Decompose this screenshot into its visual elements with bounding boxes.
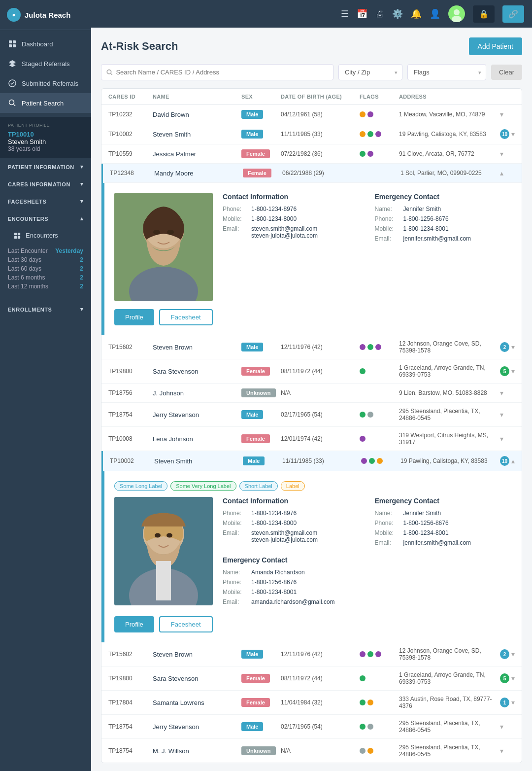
table-row: TP18754 Jerry Stevenson Male 02/17/1965 … xyxy=(101,715,522,739)
emergency-name: Jennifer Smith xyxy=(403,206,441,212)
patient-name: Steven Smith xyxy=(153,131,241,138)
contact-phone-row: Phone: 1-800-1234-8976 xyxy=(223,510,360,517)
contact-mobile-row: Mobile: 1-800-1234-8000 xyxy=(223,520,360,526)
svg-rect-8 xyxy=(18,232,20,235)
contact-label: Mobile: xyxy=(223,215,247,222)
flag-gray xyxy=(367,724,373,730)
flag-green xyxy=(360,151,366,157)
dob: 02/17/1965 (54) xyxy=(281,723,360,730)
app-logo: ● Julota Reach xyxy=(0,0,91,30)
expand-chevron[interactable]: ▾ xyxy=(511,367,515,375)
city-select[interactable]: City / Zip xyxy=(338,64,402,80)
sidebar-item-submitted[interactable]: Submitted Referrals xyxy=(0,73,91,93)
facesheet-button[interactable]: Facesheet xyxy=(159,616,213,632)
chevron-down-icon: ▾ xyxy=(80,198,84,205)
stat-value: 2 xyxy=(80,283,83,290)
flag-gray xyxy=(360,748,366,754)
cares-id: TP15602 xyxy=(108,344,153,350)
link-button[interactable]: 🔗 xyxy=(502,5,524,23)
table-row: TP18754 M. J. Willson Unknown N/A 295 St… xyxy=(101,739,522,763)
patient-info-header[interactable]: PATIENT INFORMATION ▾ xyxy=(0,158,91,175)
svg-rect-3 xyxy=(13,44,16,47)
menu-icon[interactable]: ☰ xyxy=(341,8,349,19)
user-circle-icon[interactable]: 👤 xyxy=(430,8,440,19)
emergency-title: Emergency Contact xyxy=(375,497,512,505)
sidebar: ● Julota Reach Dashboard Staged Referral… xyxy=(0,0,91,771)
clear-button[interactable]: Clear xyxy=(491,65,522,80)
dashboard-icon xyxy=(8,39,17,48)
flag-purple xyxy=(375,344,381,350)
emergency-mobile-row: Mobile: 1-800-1234-8001 xyxy=(375,529,512,536)
expand-chevron[interactable]: ▾ xyxy=(500,411,515,419)
bell-icon[interactable]: 🔔 xyxy=(411,8,422,19)
address: 9 Lien, Barstow, MO, 51083-8828 xyxy=(399,389,500,396)
expand-chevron[interactable]: ▾ xyxy=(500,747,515,755)
expand-chevron[interactable]: ▾ xyxy=(500,150,515,158)
flags-select[interactable]: Flags xyxy=(407,64,486,80)
expand-chevron[interactable]: ▾ xyxy=(500,435,515,443)
flag-purple xyxy=(360,436,366,442)
profile-button[interactable]: Profile xyxy=(114,616,154,632)
flags xyxy=(361,458,400,464)
table-row: TP12348 Mandy Moore Female 06/22/1988 (2… xyxy=(103,164,522,183)
table-row: TP10008 Lena Johnson Female 12/01/1974 (… xyxy=(101,427,522,451)
label-tag: Some Long Label xyxy=(114,481,167,491)
expanded-panel: Contact Information Phone: 1-800-1234-89… xyxy=(103,183,522,335)
flag-green xyxy=(360,412,366,418)
expand-chevron[interactable]: ▾ xyxy=(511,699,515,706)
flag-green xyxy=(367,344,373,350)
expanded-actions: Profile Facesheet xyxy=(114,309,512,325)
sidebar-item-patient-search[interactable]: Patient Search xyxy=(0,93,91,113)
cares-info-header[interactable]: CARES INFORMATION ▾ xyxy=(0,175,91,193)
cares-id: TP18754 xyxy=(108,723,153,730)
address: 12 Johnson, Orange Cove, SD, 75398-1578 xyxy=(399,340,500,354)
sex-badge: Female xyxy=(241,367,281,376)
expand-chevron[interactable]: ▾ xyxy=(500,110,515,118)
search-input[interactable] xyxy=(116,65,328,80)
sex-badge: Male xyxy=(243,456,282,465)
dob: 12/01/1974 (42) xyxy=(281,435,360,442)
patient-name: Sara Stevenson xyxy=(153,368,241,375)
dob: 12/11/1976 (42) xyxy=(281,344,360,350)
sex-badge: Unknown xyxy=(241,388,281,397)
stat-value: Yesterday xyxy=(55,247,83,254)
avatar[interactable] xyxy=(448,5,465,22)
dob: 04/12/1961 (58) xyxy=(281,111,360,118)
encounters-content: Encounters Last Encounter Yesterday Last… xyxy=(0,227,91,301)
emergency2-email-row: Email: amanda.richardson@gmail.com xyxy=(223,598,512,605)
svg-rect-28 xyxy=(156,561,171,600)
badge-count: 10 xyxy=(500,456,509,466)
add-patient-button[interactable]: Add Patient xyxy=(469,37,522,55)
expand-chevron[interactable]: ▾ xyxy=(500,389,515,397)
expand-chevron[interactable]: ▾ xyxy=(511,343,515,351)
sidebar-item-staged[interactable]: Staged Referrals xyxy=(0,54,91,73)
expanded-table-row: TP12348 Mandy Moore Female 06/22/1988 (2… xyxy=(101,164,522,335)
facesheets-header[interactable]: FACESHEETS ▾ xyxy=(0,193,91,210)
encounters-sub-item[interactable]: Encounters xyxy=(0,227,91,244)
flag-orange xyxy=(367,748,373,754)
expand-chevron[interactable]: ▾ xyxy=(511,130,515,138)
enrollments-header[interactable]: ENROLLMENTS ▾ xyxy=(0,301,91,318)
flag-orange xyxy=(377,458,383,464)
lock-button[interactable]: 🔒 xyxy=(473,5,495,23)
collapse-chevron[interactable]: ▴ xyxy=(500,169,515,177)
profile-button[interactable]: Profile xyxy=(114,309,154,325)
expand-chevron[interactable]: ▾ xyxy=(500,723,515,731)
expand-chevron[interactable]: ▾ xyxy=(511,650,515,658)
city-select-wrap: City / Zip xyxy=(338,64,402,80)
encounters-header[interactable]: ENCOUNTERS ▴ xyxy=(0,210,91,227)
collapse-chevron[interactable]: ▴ xyxy=(511,457,515,465)
facesheet-button[interactable]: Facesheet xyxy=(159,309,213,325)
sidebar-item-dashboard[interactable]: Dashboard xyxy=(0,34,91,54)
table-row: TP18756 J. Johnson Unknown N/A 9 Lien, B… xyxy=(101,384,522,403)
settings-icon[interactable]: ⚙️ xyxy=(392,8,403,19)
contact-email-row: Email: steven.smith@gmail.comsteven-julo… xyxy=(223,529,360,543)
contact-label: Mobile: xyxy=(223,520,247,526)
emergency2-phone: 1-800-1256-8676 xyxy=(251,579,297,586)
expand-chevron[interactable]: ▾ xyxy=(511,674,515,682)
print-icon[interactable]: 🖨 xyxy=(375,9,384,19)
patient-name: Jessica Palmer xyxy=(153,150,241,158)
calendar-icon[interactable]: 📅 xyxy=(357,8,367,19)
cares-info-accordion: CARES INFORMATION ▾ xyxy=(0,175,91,193)
svg-rect-7 xyxy=(14,232,17,235)
